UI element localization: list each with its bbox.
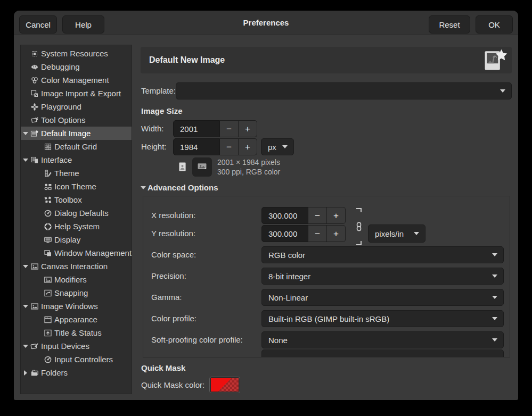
chevron-down-icon	[492, 317, 497, 320]
sidebar-item-label: Interface	[41, 155, 72, 164]
sidebar-item-tool-options[interactable]: Tool Options	[21, 113, 132, 127]
resolution-chain-toggle[interactable]	[354, 208, 364, 245]
expander-open-icon[interactable]	[23, 345, 28, 348]
y-resolution-label: Y resolution:	[151, 225, 195, 242]
width-increment-button[interactable]: +	[239, 120, 257, 137]
expander-closed-icon[interactable]	[24, 370, 27, 376]
sidebar-item-default-image[interactable]: Default Image	[21, 127, 132, 140]
sidebar-item-input-controllers[interactable]: Input Controllers	[21, 353, 132, 366]
sidebar-item-system-resources[interactable]: System Resources	[21, 47, 132, 60]
sidebar-item-display[interactable]: Display	[21, 233, 132, 246]
quick-mask-color-label: Quick Mask color:	[141, 377, 204, 394]
sidebar-item-window-management[interactable]: Window Management	[21, 246, 132, 260]
chevron-down-icon	[414, 232, 419, 235]
sidebar-item-input-devices[interactable]: Input Devices	[21, 339, 132, 353]
sidebar-item-image-windows[interactable]: Image Windows	[21, 299, 132, 313]
precision-value: 8-bit integer	[268, 272, 488, 281]
ok-button[interactable]: OK	[476, 15, 513, 34]
sidebar-item-label: Input Devices	[41, 342, 89, 351]
sidebar-item-theme[interactable]: Theme	[21, 167, 132, 180]
gamma-value: Non-Linear	[268, 293, 488, 302]
sidebar-item-label: Default Grid	[54, 142, 97, 151]
sidebar-item-canvas-interaction[interactable]: Canvas Interaction	[21, 260, 132, 273]
advanced-options-expander[interactable]: Advanced Options	[141, 183, 218, 192]
y-resolution-input[interactable]	[261, 225, 308, 242]
expander-open-icon[interactable]	[23, 265, 28, 268]
sidebar-item-label: Display	[54, 235, 80, 244]
clipped-dropdown[interactable]	[261, 350, 504, 357]
soft-proofing-color-profile-dropdown[interactable]: None	[261, 331, 504, 348]
interface-icon	[30, 156, 39, 164]
sidebar-item-dialog-defaults[interactable]: Dialog Defaults	[21, 206, 132, 220]
sidebar-item-label: Help System	[54, 222, 100, 231]
expander-open-icon[interactable]	[23, 305, 28, 308]
color-space-dropdown[interactable]: RGB color	[261, 246, 504, 263]
color-profile-value: Built-in RGB (GIMP built-in sRGB)	[268, 314, 488, 323]
theme-icon	[44, 169, 53, 178]
sidebar-item-snapping[interactable]: Snapping	[21, 286, 132, 299]
image-icon	[30, 262, 39, 271]
sidebar-item-icon-theme[interactable]: Icon Theme	[21, 180, 132, 193]
y-resolution-decrement-button[interactable]: −	[308, 225, 327, 242]
sidebar-item-label: Input Controllers	[54, 355, 113, 364]
chevron-down-icon	[492, 338, 497, 342]
quick-mask-color-swatch[interactable]	[209, 377, 240, 393]
sidebar-item-image-import-export[interactable]: Image Import & Export	[21, 87, 132, 100]
sidebar-item-default-grid[interactable]: Default Grid	[21, 140, 132, 153]
color-management-icon	[30, 76, 39, 85]
sidebar-item-toolbox[interactable]: Toolbox	[21, 193, 132, 206]
sidebar-item-debugging[interactable]: Debugging	[21, 60, 132, 73]
soft-proofing-color-profile-label: Soft-proofing color profile:	[151, 331, 243, 348]
height-increment-button[interactable]: +	[239, 138, 257, 155]
color-profile-dropdown[interactable]: Built-in RGB (GIMP built-in sRGB)	[261, 310, 504, 327]
sidebar-item-playground[interactable]: Playground	[21, 100, 132, 113]
portrait-page-icon	[178, 162, 186, 173]
sidebar-item-help-system[interactable]: Help System	[21, 220, 132, 233]
chevron-down-icon	[500, 89, 505, 93]
template-label: Template:	[141, 82, 176, 99]
height-decrement-button[interactable]: −	[220, 138, 239, 155]
width-decrement-button[interactable]: −	[220, 120, 239, 137]
expander-open-icon[interactable]	[23, 132, 28, 135]
gamma-dropdown[interactable]: Non-Linear	[261, 289, 504, 306]
width-input[interactable]	[173, 120, 220, 137]
template-dropdown[interactable]	[176, 82, 512, 99]
height-input[interactable]	[173, 138, 220, 155]
sidebar-item-color-management[interactable]: Color Management	[21, 73, 132, 87]
sidebar-item-label: Toolbox	[54, 195, 82, 204]
reset-button[interactable]: Reset	[429, 15, 470, 34]
sidebar-item-appearance[interactable]: Appearance	[21, 313, 132, 326]
sidebar-item-title-status[interactable]: Title & Status	[21, 326, 132, 339]
image-info-line2: 300 ppi, RGB color	[217, 168, 280, 177]
sidebar-item-interface[interactable]: Interface	[21, 153, 132, 167]
windows-icon	[44, 249, 53, 257]
image-icon	[44, 276, 53, 284]
x-resolution-decrement-button[interactable]: −	[308, 207, 327, 224]
chain-bracket-top	[356, 208, 362, 212]
chain-link-icon	[356, 222, 362, 231]
precision-dropdown[interactable]: 8-bit integer	[261, 268, 504, 285]
advanced-options-title: Advanced Options	[148, 183, 218, 192]
sidebar-item-label: Image Import & Export	[41, 89, 121, 98]
sidebar-item-label: System Resources	[41, 49, 108, 58]
resolution-unit-dropdown[interactable]: pixels/in	[368, 224, 425, 243]
folders-icon	[30, 369, 39, 377]
chip-icon	[30, 49, 39, 58]
landscape-orientation-button[interactable]	[192, 157, 212, 177]
image-info-line1: 2001 × 1984 pixels	[217, 158, 280, 167]
sidebar-item-label: Icon Theme	[54, 182, 96, 191]
portrait-orientation-button[interactable]	[175, 160, 190, 176]
x-resolution-increment-button[interactable]: +	[327, 207, 346, 224]
sidebar-item-modifiers[interactable]: Modifiers	[21, 273, 132, 286]
color-space-value: RGB color	[268, 251, 488, 260]
expander-open-icon[interactable]	[23, 159, 28, 162]
size-unit-dropdown[interactable]: px	[261, 138, 294, 155]
x-resolution-input[interactable]	[261, 207, 308, 224]
sidebar-item-label: Title & Status	[54, 328, 102, 337]
icon-theme-icon	[44, 182, 53, 191]
chain-bracket-bottom	[356, 241, 362, 245]
image-icon	[30, 302, 39, 311]
sidebar-item-label: Theme	[54, 169, 79, 178]
sidebar-item-folders[interactable]: Folders	[21, 366, 132, 379]
y-resolution-increment-button[interactable]: +	[327, 225, 346, 242]
